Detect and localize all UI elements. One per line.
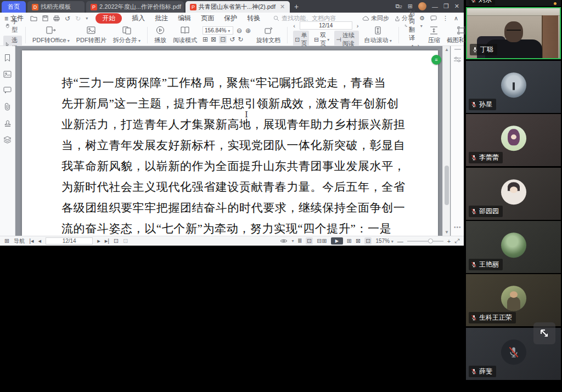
adjust-sliders-icon[interactable] <box>453 56 462 63</box>
doc-assistant-badge[interactable]: ≡ <box>431 55 441 65</box>
close-button[interactable]: ✕ <box>454 3 459 10</box>
pdf-to-office-button[interactable]: PDF转Office ▾ <box>29 25 73 46</box>
pdf-page[interactable]: 持“三力一度两保障”工作格局，聚焦“牢记嘱托跟党走，青春当 先开新局”这一主题，… <box>22 50 438 236</box>
participant-tile[interactable]: 邵园园 <box>466 168 561 220</box>
fit-width-icon[interactable]: ⊠ <box>356 237 361 245</box>
comment-bubble-icon[interactable] <box>430 15 437 21</box>
new-tab-button[interactable]: + <box>294 1 299 13</box>
participant-tile-active-speaker[interactable]: 丁聪 <box>466 7 561 59</box>
rotate-left-icon[interactable]: ↺ <box>229 36 235 43</box>
fit-visible-icon[interactable]: ⊡ <box>364 237 372 245</box>
pdf-to-image-button[interactable]: PDF转图片 <box>73 25 110 46</box>
navigation-panel-icon[interactable]: ⊞ <box>4 237 9 245</box>
annotate-expand-button[interactable] <box>533 322 555 344</box>
tab-close-icon[interactable]: ✕ <box>280 3 285 10</box>
menu-item-protect[interactable]: 保护 <box>224 14 237 23</box>
word-translate-button[interactable]: 划词翻译▾ <box>404 9 423 42</box>
share-icon <box>395 16 400 21</box>
scroll-down-icon[interactable]: ▼ <box>443 230 451 235</box>
save-icon[interactable] <box>42 15 48 21</box>
next-view-icon[interactable]: ⊡ <box>123 237 128 245</box>
menu-item-convert[interactable]: 转换 <box>247 14 260 23</box>
auto-scroll-button[interactable]: 自动滚动 ▾ <box>361 25 395 46</box>
split-merge-button[interactable]: 拆分合并 ▾ <box>110 25 144 46</box>
first-page-icon[interactable]: |◂ <box>29 237 33 245</box>
fit-page-icon[interactable]: ⊞ <box>347 237 352 245</box>
zoom-in-button[interactable]: + <box>447 238 451 245</box>
prev-view-icon[interactable]: ⊡ <box>114 237 119 245</box>
document-area[interactable]: 持“三力一度两保障”工作格局，聚焦“牢记嘱托跟党走，青春当 先开新局”这一主题，… <box>0 46 464 236</box>
open-folder-icon[interactable] <box>30 15 37 21</box>
bookmark-icon[interactable] <box>4 54 11 62</box>
redo-icon[interactable]: ↻ <box>75 15 81 22</box>
next-page-icon[interactable]: › <box>357 22 359 29</box>
fit-visible-icon[interactable]: ⊡ <box>219 36 227 43</box>
hand-tool-button[interactable]: 手型 <box>3 17 22 35</box>
page-indicator-input[interactable]: 12/14 <box>300 21 352 30</box>
zoom-slider-knob[interactable] <box>428 238 433 243</box>
sync-status[interactable]: 未同步 <box>362 14 389 22</box>
participant-tile[interactable]: 王艳丽 <box>466 221 561 273</box>
play-button[interactable]: 播放 <box>151 25 170 46</box>
restore-button[interactable]: ❐ <box>443 3 449 10</box>
pdf-page-text: 持“三力一度两保障”工作格局，聚焦“牢记嘱托跟党走，青春当 先开新局”这一主题，… <box>61 72 391 236</box>
menu-item-page[interactable]: 页面 <box>201 14 214 23</box>
zoom-slider[interactable] <box>407 241 443 242</box>
next-page-icon[interactable]: ▸ <box>97 237 100 245</box>
zoom-out-icon[interactable]: ⊖ <box>237 27 242 35</box>
compress-button[interactable]: 压缩 <box>425 25 443 46</box>
layers-icon[interactable] <box>3 136 12 144</box>
zoom-percentage[interactable]: 157% ▾ <box>375 238 393 244</box>
collapse-ribbon-icon[interactable]: ∧ <box>454 15 458 22</box>
double-page-icon[interactable]: ⊟⊞ <box>317 237 327 245</box>
tab-pdf-2-active[interactable]: P 共青团山东省第十...神(2).pdf ✕ <box>186 1 290 13</box>
vertical-scrollbar[interactable]: ▲ ▼ <box>442 46 450 236</box>
menu-item-annotate[interactable]: 批注 <box>155 14 168 23</box>
last-page-icon[interactable]: ▸| <box>105 237 109 245</box>
eye-protect-icon[interactable] <box>280 238 288 243</box>
more-tools-icon[interactable]: ••• <box>454 224 462 230</box>
image-panel-icon[interactable] <box>3 71 12 78</box>
fullscreen-icon[interactable]: ⤢ <box>454 237 459 245</box>
drag-handle[interactable] <box>454 49 461 50</box>
chevron-down-icon[interactable]: ▾ <box>291 238 294 243</box>
tab-pdf-1[interactable]: P 2.2022年度山...作评价指标.pdf <box>86 1 184 13</box>
rotate-right-icon[interactable]: ↻ <box>238 36 243 43</box>
menu-item-insert[interactable]: 插入 <box>132 14 145 23</box>
participant-tile[interactable]: 生科王正荣 <box>466 274 561 326</box>
single-page-icon[interactable]: ⊡ <box>306 237 313 245</box>
play-slideshow-button[interactable]: ▶ <box>331 237 343 245</box>
prev-page-icon[interactable]: ‹ <box>293 22 295 29</box>
undo-icon[interactable]: ↺ <box>65 15 70 22</box>
tab-home[interactable]: 首页 <box>2 1 26 13</box>
navigation-label[interactable]: 导航 <box>14 237 25 245</box>
menu-item-start[interactable]: 开始 <box>95 13 122 24</box>
status-page-indicator[interactable]: 12/14 <box>46 237 93 245</box>
comment-panel-icon[interactable] <box>3 87 12 94</box>
zoom-value-input[interactable]: 156.84% ▾ <box>203 26 233 35</box>
scrollbar-thumb[interactable] <box>445 166 449 205</box>
read-mode-button[interactable]: 阅读模式 <box>170 25 200 46</box>
minimize-button[interactable]: — <box>432 3 438 10</box>
participant-tile[interactable]: 李蕾蕾 <box>466 114 561 166</box>
chevron-down-icon[interactable]: ▾ <box>86 16 88 21</box>
participant-tile[interactable]: 孙星 <box>466 61 561 113</box>
tab-docer[interactable]: D 找稻壳模板 <box>27 1 85 13</box>
fit-page-icon[interactable]: ⊞ <box>203 36 208 43</box>
cloud-icon <box>362 16 369 21</box>
scroll-up-icon[interactable]: ▲ <box>443 47 451 52</box>
zoom-in-icon[interactable]: ⊕ <box>245 27 251 35</box>
reader-layout-icon[interactable]: Ⅲ <box>297 237 302 245</box>
word-translate-icon <box>404 22 407 29</box>
stamp-icon[interactable] <box>4 120 12 127</box>
menu-item-edit[interactable]: 编辑 <box>178 14 191 23</box>
fit-width-icon[interactable]: ⊠ <box>211 36 216 43</box>
split-screen-icon[interactable]: ⧉2 <box>395 3 402 10</box>
prev-page-icon[interactable]: ◂ <box>38 237 42 245</box>
rotate-doc-button[interactable]: 旋转文档 <box>253 25 284 46</box>
zoom-out-button[interactable]: — <box>397 238 403 245</box>
more-menu-icon[interactable]: ⋮ <box>442 15 448 22</box>
attachment-icon[interactable] <box>4 103 11 111</box>
print-icon[interactable] <box>53 15 60 21</box>
participant-tile[interactable]: 刘东 <box>466 0 561 6</box>
